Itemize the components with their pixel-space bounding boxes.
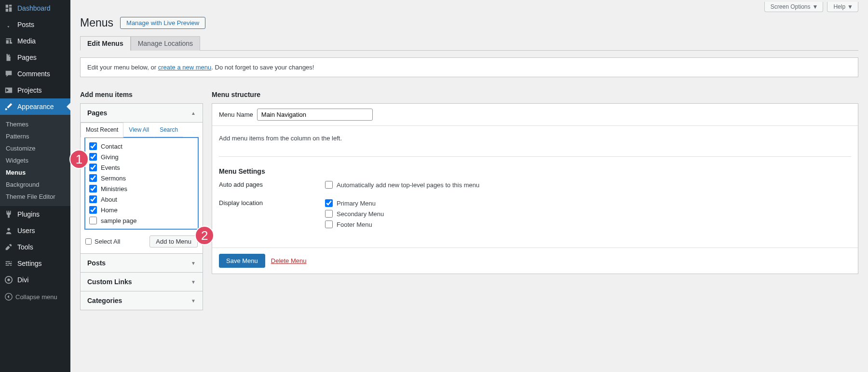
panel-custom-head[interactable]: Custom Links▼ (81, 273, 203, 291)
page-check-sample[interactable] (89, 217, 97, 224)
submenu-background[interactable]: Background (0, 179, 70, 191)
submenu-theme-editor[interactable]: Theme File Editor (0, 191, 70, 203)
submenu-widgets[interactable]: Widgets (0, 154, 70, 166)
projects-icon (4, 85, 14, 95)
sidebar-item-media[interactable]: Media (0, 33, 70, 49)
submenu-patterns[interactable]: Patterns (0, 130, 70, 142)
sidebar-item-users[interactable]: Users (0, 222, 70, 239)
tab-edit-menus[interactable]: Edit Menus (80, 36, 131, 51)
sidebar-item-pages[interactable]: Pages (0, 49, 70, 66)
menu-settings-heading: Menu Settings (219, 156, 851, 175)
sidebar-item-divi[interactable]: Divi (0, 272, 70, 288)
add-items-heading: Add menu items (80, 91, 203, 98)
help-button[interactable]: Help ▼ (827, 2, 858, 12)
sidebar-item-dashboard[interactable]: Dashboard (0, 0, 70, 16)
comments-icon (4, 69, 14, 79)
sub-tab-view-all[interactable]: View All (123, 123, 154, 137)
panel-posts-head[interactable]: Posts▼ (81, 254, 203, 273)
caret-down-icon: ▼ (847, 3, 853, 10)
divi-icon (4, 275, 14, 285)
display-location-label: Display location (219, 199, 325, 231)
page-check-contact[interactable] (89, 142, 97, 150)
triangle-down-icon: ▼ (191, 261, 196, 266)
create-menu-link[interactable]: create a new menu (158, 64, 212, 71)
panel-pages-head[interactable]: Pages▲ (81, 104, 203, 123)
select-all-check[interactable] (85, 238, 92, 245)
menu-hint: Add menu items from the column on the le… (219, 135, 851, 142)
menu-name-label: Menu Name (219, 111, 253, 118)
sub-tab-search[interactable]: Search (154, 123, 183, 137)
edit-notice: Edit your menu below, or create a new me… (80, 57, 858, 77)
save-menu-button[interactable]: Save Menu (219, 254, 265, 268)
panel-categories-head[interactable]: Categories▼ (81, 291, 203, 310)
media-icon (4, 36, 14, 46)
page-check-giving[interactable] (89, 153, 97, 161)
tab-manage-locations[interactable]: Manage Locations (131, 36, 200, 51)
screen-options-button[interactable]: Screen Options ▼ (764, 2, 824, 12)
sidebar-item-tools[interactable]: Tools (0, 239, 70, 255)
sidebar-item-appearance[interactable]: Appearance (0, 98, 70, 115)
submenu-customize[interactable]: Customize (0, 142, 70, 154)
plugin-icon (4, 209, 14, 219)
pages-checklist: Contact Giving Events Sermons Ministries… (84, 137, 199, 230)
collapse-menu[interactable]: Collapse menu (0, 288, 70, 305)
caret-down-icon: ▼ (813, 3, 818, 10)
loc-secondary-check[interactable] (325, 210, 333, 218)
page-check-about[interactable] (89, 195, 97, 203)
submenu-themes[interactable]: Themes (0, 118, 70, 130)
auto-add-check[interactable] (325, 181, 333, 189)
loc-footer-check[interactable] (325, 220, 333, 228)
sidebar-item-settings[interactable]: Settings (0, 255, 70, 272)
sidebar-item-projects[interactable]: Projects (0, 82, 70, 98)
add-to-menu-button[interactable]: Add to Menu (149, 235, 198, 248)
triangle-down-icon: ▼ (191, 298, 196, 303)
triangle-up-icon: ▲ (191, 110, 196, 116)
sidebar-item-posts[interactable]: Posts (0, 16, 70, 33)
menu-structure-heading: Menu structure (212, 91, 858, 98)
sidebar-item-plugins[interactable]: Plugins (0, 206, 70, 222)
menu-name-input[interactable] (257, 109, 373, 121)
sidebar-item-comments[interactable]: Comments (0, 66, 70, 82)
page-check-home[interactable] (89, 206, 97, 214)
pin-icon (4, 20, 14, 29)
badge-1: 1 (69, 150, 89, 169)
dashboard-icon (4, 3, 14, 13)
page-check-events[interactable] (89, 164, 97, 171)
tools-icon (4, 242, 14, 252)
collapse-icon (4, 292, 14, 302)
page-check-ministries[interactable] (89, 185, 97, 193)
page-title: Menus (80, 16, 113, 29)
loc-primary-check[interactable] (325, 199, 333, 207)
badge-2: 2 (195, 226, 214, 245)
settings-icon (4, 259, 14, 268)
submenu-menus[interactable]: Menus (0, 166, 70, 179)
svg-point-2 (7, 278, 10, 281)
auto-add-label: Auto add pages (219, 181, 325, 192)
users-icon (4, 226, 14, 235)
brush-icon (4, 102, 14, 111)
pages-icon (4, 53, 14, 62)
sub-tab-recent[interactable]: Most Recent (81, 123, 123, 138)
delete-menu-link[interactable]: Delete Menu (271, 257, 307, 264)
triangle-down-icon: ▼ (191, 279, 196, 285)
appearance-submenu: Themes Patterns Customize Widgets Menus … (0, 115, 70, 206)
svg-point-0 (7, 228, 10, 231)
live-preview-button[interactable]: Manage with Live Preview (120, 17, 205, 29)
page-check-sermons[interactable] (89, 174, 97, 182)
